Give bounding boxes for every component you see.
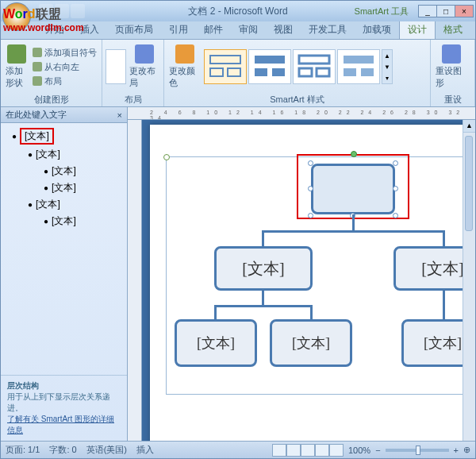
page: [文本] [文本] [文本] [文本] [文本] bbox=[150, 125, 463, 441]
connector bbox=[352, 214, 355, 230]
smartart-frame[interactable]: [文本] [文本] [文本] [文本] [文本] bbox=[166, 156, 463, 395]
zoom-level[interactable]: 100% bbox=[348, 446, 370, 455]
zoom-knob[interactable] bbox=[416, 446, 420, 455]
svg-rect-5 bbox=[272, 68, 285, 76]
svg-rect-3 bbox=[255, 56, 285, 64]
selection-handle[interactable] bbox=[308, 160, 313, 166]
change-color-icon bbox=[175, 44, 194, 64]
smartart-style-gallery: ▲▼▾ bbox=[204, 43, 393, 91]
svg-rect-4 bbox=[255, 68, 267, 76]
reset-graphic-button[interactable]: 重设图形 bbox=[434, 43, 469, 91]
reset-icon bbox=[442, 44, 461, 64]
svg-rect-10 bbox=[344, 68, 356, 76]
change-layout-button[interactable]: 更改布局 bbox=[128, 43, 160, 91]
text-pane-close-icon[interactable]: × bbox=[117, 110, 122, 120]
tab-developer[interactable]: 开发工具 bbox=[301, 20, 355, 39]
layout-icon bbox=[33, 76, 42, 86]
rtl-icon bbox=[33, 62, 42, 71]
view-outline-button[interactable] bbox=[315, 444, 329, 457]
tree-item[interactable]: ●[文本] bbox=[40, 213, 125, 230]
learn-more-link[interactable]: 了解有关 SmartArt 图形的详细信息 bbox=[7, 415, 114, 434]
maximize-button[interactable]: □ bbox=[436, 5, 455, 17]
tab-view[interactable]: 视图 bbox=[266, 20, 301, 39]
minimize-button[interactable]: _ bbox=[418, 5, 437, 17]
add-bullet-button[interactable]: 添加项目符号 bbox=[31, 46, 98, 60]
connector bbox=[262, 291, 264, 305]
selection-handle[interactable] bbox=[393, 186, 398, 191]
selection-handle[interactable] bbox=[393, 160, 398, 166]
view-web-layout-button[interactable] bbox=[301, 444, 315, 457]
tab-design[interactable]: 设计 bbox=[399, 19, 436, 39]
zoom-in-button[interactable]: + bbox=[454, 446, 459, 455]
tab-review[interactable]: 审阅 bbox=[231, 20, 266, 39]
org-node[interactable]: [文本] bbox=[175, 319, 257, 367]
view-full-screen-button[interactable] bbox=[286, 444, 301, 457]
bullet-icon bbox=[33, 48, 42, 57]
zoom-slider[interactable] bbox=[386, 449, 449, 452]
connector bbox=[214, 305, 313, 307]
tab-references[interactable]: 引用 bbox=[161, 20, 196, 39]
zoom-expand-button[interactable]: ⊕ bbox=[463, 445, 470, 455]
tab-format[interactable]: 格式 bbox=[436, 20, 470, 39]
tab-page-layout[interactable]: 页面布局 bbox=[107, 20, 161, 39]
style-gallery-scroll[interactable]: ▲▼▾ bbox=[382, 49, 393, 84]
document-area: [文本] [文本] [文本] [文本] [文本] ▲ bbox=[128, 107, 475, 441]
org-node-root[interactable] bbox=[311, 164, 395, 214]
rotation-handle[interactable] bbox=[351, 151, 357, 157]
svg-rect-7 bbox=[299, 68, 312, 76]
page-scroll[interactable]: [文本] [文本] [文本] [文本] [文本] bbox=[142, 120, 463, 441]
scroll-thumb[interactable] bbox=[465, 136, 473, 231]
style-thumb-3[interactable] bbox=[293, 49, 336, 84]
zoom-out-button[interactable]: − bbox=[375, 446, 380, 455]
text-pane: 在此处键入文字 × ●[文本] ●[文本] ●[文本] ●[文本] ●[文本] … bbox=[1, 107, 128, 441]
view-print-layout-button[interactable] bbox=[272, 444, 286, 457]
scroll-up-icon[interactable]: ▲ bbox=[463, 120, 475, 133]
rtl-button[interactable]: 从右向左 bbox=[31, 60, 98, 74]
tree-item[interactable]: ●[文本] bbox=[25, 146, 125, 163]
svg-rect-6 bbox=[299, 56, 329, 64]
change-color-button[interactable]: 更改颜色 bbox=[167, 43, 202, 91]
vertical-ruler[interactable] bbox=[128, 120, 142, 441]
layout-button[interactable]: 布局 bbox=[31, 75, 98, 88]
watermark-logo: Word联盟 bbox=[3, 6, 61, 23]
tree-item[interactable]: ●[文本] bbox=[9, 126, 125, 146]
context-tab-title: SmartArt 工具 bbox=[347, 4, 416, 19]
horizontal-ruler[interactable] bbox=[128, 107, 475, 120]
add-shape-label: 添加形状 bbox=[6, 65, 28, 89]
tree-item[interactable]: ●[文本] bbox=[40, 163, 125, 179]
style-thumb-2[interactable] bbox=[248, 49, 291, 84]
tab-addins[interactable]: 加载项 bbox=[355, 20, 399, 39]
status-words[interactable]: 字数: 0 bbox=[49, 444, 76, 456]
svg-rect-1 bbox=[210, 68, 223, 76]
close-button[interactable]: × bbox=[455, 5, 474, 17]
selection-handle[interactable] bbox=[308, 213, 313, 218]
status-page[interactable]: 页面: 1/1 bbox=[6, 444, 40, 456]
layout-gallery[interactable] bbox=[106, 49, 126, 84]
connector bbox=[443, 230, 445, 246]
org-node[interactable]: [文本] bbox=[214, 246, 313, 291]
text-pane-body[interactable]: ●[文本] ●[文本] ●[文本] ●[文本] ●[文本] ●[文本] bbox=[1, 123, 127, 375]
status-mode[interactable]: 插入 bbox=[136, 444, 154, 456]
org-node[interactable]: [文本] bbox=[401, 319, 463, 367]
org-node[interactable]: [文本] bbox=[270, 319, 352, 367]
svg-rect-11 bbox=[361, 68, 374, 76]
vertical-scrollbar[interactable]: ▲ bbox=[463, 120, 475, 441]
tree-item[interactable]: ●[文本] bbox=[40, 179, 125, 196]
tree-item[interactable]: ●[文本] bbox=[25, 196, 125, 213]
style-thumb-1[interactable] bbox=[204, 49, 247, 84]
connector bbox=[443, 291, 445, 319]
style-thumb-4[interactable] bbox=[337, 49, 380, 84]
selection-handle[interactable] bbox=[308, 186, 313, 191]
qat-redo-icon[interactable] bbox=[71, 4, 85, 18]
selection-handle[interactable] bbox=[393, 213, 398, 218]
workspace: 在此处键入文字 × ●[文本] ●[文本] ●[文本] ●[文本] ●[文本] … bbox=[1, 107, 475, 441]
change-color-label: 更改颜色 bbox=[169, 65, 201, 89]
status-language[interactable]: 英语(美国) bbox=[86, 444, 127, 456]
text-pane-footer: 层次结构 用于从上到下显示层次关系递进。 了解有关 SmartArt 图形的详细… bbox=[1, 375, 127, 441]
connector bbox=[262, 230, 444, 233]
add-shape-button[interactable]: 添加形状 bbox=[4, 43, 29, 91]
view-draft-button[interactable] bbox=[329, 444, 344, 457]
add-shape-icon bbox=[7, 44, 26, 64]
org-node[interactable]: [文本] bbox=[393, 246, 463, 291]
tab-mailings[interactable]: 邮件 bbox=[196, 20, 231, 39]
